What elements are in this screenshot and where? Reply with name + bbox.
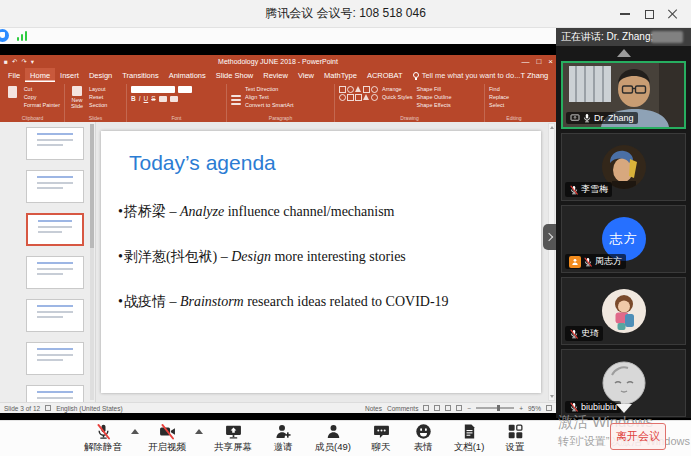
save-icon[interactable]: ■ (4, 58, 8, 65)
replace-button[interactable]: Replace (489, 94, 509, 100)
arrange-button[interactable]: Arrange (382, 86, 413, 92)
bold-button[interactable]: B (131, 95, 136, 102)
participant-tile-shiqi[interactable]: 史琦 (561, 277, 686, 345)
text-direction-button[interactable]: Text Direction (245, 86, 294, 92)
tab-acrobat[interactable]: ACROBAT (362, 68, 408, 82)
tab-transitions[interactable]: Transitions (117, 68, 163, 82)
select-button[interactable]: Select (489, 102, 509, 108)
tab-design[interactable]: Design (84, 68, 117, 82)
start-video-button[interactable]: 开启视频 (142, 423, 192, 454)
reading-view-icon[interactable] (445, 405, 451, 411)
shape-gallery[interactable] (339, 86, 378, 113)
quick-styles-button[interactable]: Quick Styles (382, 94, 413, 100)
section-button[interactable]: Section (89, 102, 107, 108)
minimize-button[interactable] (613, 0, 637, 28)
zoom-slider[interactable] (476, 407, 514, 408)
invite-button[interactable]: 邀请 (260, 423, 306, 454)
new-slide-button[interactable]: New Slide (69, 86, 85, 113)
slide-canvas[interactable]: Today’s agenda •搭桥梁 – Analyze influence … (101, 131, 541, 393)
normal-view-icon[interactable] (423, 405, 429, 411)
strikethrough-button[interactable]: S (151, 95, 155, 102)
speaking-indicator-text: 正在讲话: Dr. Zhang; (561, 30, 653, 44)
participant-tile-zhouzhifang[interactable]: 志方 周志方 (561, 205, 686, 273)
slide-thumbnail-7[interactable] (26, 385, 84, 402)
slideshow-view-icon[interactable] (456, 405, 462, 411)
tab-slide-show[interactable]: Slide Show (211, 68, 259, 82)
mic-options-caret-icon[interactable] (131, 429, 139, 434)
slide-scrollbar[interactable] (548, 123, 555, 401)
slide-thumbnail-6[interactable] (26, 342, 84, 375)
zoom-out-button[interactable]: − (467, 405, 471, 412)
ppt-close-button[interactable]: × (548, 58, 553, 66)
chat-button[interactable]: 聊天 (360, 423, 402, 454)
comments-toggle[interactable]: Comments (387, 405, 418, 412)
ppt-maximize-button[interactable]: □ (536, 58, 541, 66)
tab-insert[interactable]: Insert (55, 68, 84, 82)
underline-button[interactable]: U (144, 95, 149, 102)
tab-mathtype[interactable]: MathType (319, 68, 362, 82)
documents-button[interactable]: 文档(1) (444, 423, 494, 454)
slide-thumbnail-5[interactable] (26, 299, 84, 332)
text-shadow-icon[interactable] (159, 96, 167, 102)
cut-button[interactable]: Cut (24, 86, 60, 92)
network-signal-icon[interactable] (17, 31, 29, 41)
participant-tile-dr-zhang[interactable]: Dr. Zhang (561, 61, 686, 129)
tab-animations[interactable]: Animations (164, 68, 211, 82)
unmute-button[interactable]: 解除静音 (78, 423, 128, 454)
emoji-button[interactable]: 表情 (402, 423, 444, 454)
maximize-button[interactable] (637, 0, 661, 28)
slide-thumbnail-2[interactable] (26, 170, 84, 203)
participant-tile-lixuemei[interactable]: 李雪梅 (561, 133, 686, 201)
tab-view[interactable]: View (293, 68, 319, 82)
character-spacing-icon[interactable] (170, 96, 178, 102)
slide-sorter-view-icon[interactable] (434, 405, 440, 411)
members-button[interactable]: 成员(49) (306, 423, 360, 454)
font-size-box[interactable] (178, 86, 192, 93)
tab-home[interactable]: Home (25, 68, 55, 82)
shape-outline-button[interactable]: Shape Outline (417, 94, 452, 100)
settings-button[interactable]: 设置 (494, 423, 536, 454)
ppt-minimize-button[interactable]: — (521, 58, 529, 66)
slide-thumbnails (26, 127, 84, 402)
layout-button[interactable]: Layout (89, 86, 107, 92)
participant-name: 史琦 (581, 327, 599, 340)
copy-button[interactable]: Copy (24, 94, 60, 100)
format-painter-button[interactable]: Format Painter (24, 102, 60, 108)
font-name-box[interactable] (131, 86, 175, 93)
close-button[interactable] (661, 0, 685, 28)
scroll-down-icon[interactable] (616, 404, 632, 413)
slide-thumbnail-4[interactable] (26, 256, 84, 289)
find-button[interactable]: Find (489, 86, 509, 92)
tab-file[interactable]: File (3, 68, 25, 82)
shape-effects-button[interactable]: Shape Effects (417, 102, 452, 108)
paste-button[interactable] (5, 86, 20, 113)
language-status[interactable]: English (United States) (56, 405, 122, 412)
zoom-in-button[interactable]: + (519, 405, 523, 412)
share-screen-button[interactable]: 共享屏幕 (206, 423, 260, 454)
convert-smartart-button[interactable]: Convert to SmartArt (245, 102, 294, 108)
tab-review[interactable]: Review (258, 68, 293, 82)
meeting-security-icon[interactable] (0, 29, 9, 42)
slide-thumbnail-1[interactable] (26, 127, 84, 160)
ribbon-group-font: B I U S Font (127, 84, 227, 122)
notes-toggle[interactable]: Notes (365, 405, 382, 412)
customize-quick-access-icon[interactable]: ▾ (31, 58, 34, 66)
undo-icon[interactable]: ↶ (12, 58, 17, 66)
slide-thumbnail-3[interactable] (26, 213, 84, 246)
italic-button[interactable]: I (139, 95, 141, 102)
tell-me-box[interactable]: Tell me what you want to do... (413, 68, 521, 82)
sidebar-collapse-handle[interactable] (543, 224, 556, 250)
thumbnail-scrollbar[interactable] (90, 124, 94, 400)
powerpoint-body: Today’s agenda •搭桥梁 – Analyze influence … (0, 122, 556, 402)
fit-to-window-icon[interactable] (546, 405, 552, 411)
powerpoint-window: ■ ↶ ↷ ▾ Methodology JUNE 2018 - PowerPoi… (0, 55, 556, 413)
scroll-up-icon[interactable] (617, 49, 631, 57)
redo-icon[interactable]: ↷ (21, 58, 26, 66)
zoom-level[interactable]: 95% (528, 405, 541, 412)
leave-meeting-button[interactable]: 离开会议 (610, 423, 666, 450)
quick-access-toolbar[interactable]: ■ ↶ ↷ ▾ (4, 55, 34, 68)
reset-button[interactable]: Reset (89, 94, 107, 100)
shape-fill-button[interactable]: Shape Fill (417, 86, 452, 92)
video-options-caret-icon[interactable] (195, 429, 203, 434)
align-text-button[interactable]: Align Text (245, 94, 294, 100)
